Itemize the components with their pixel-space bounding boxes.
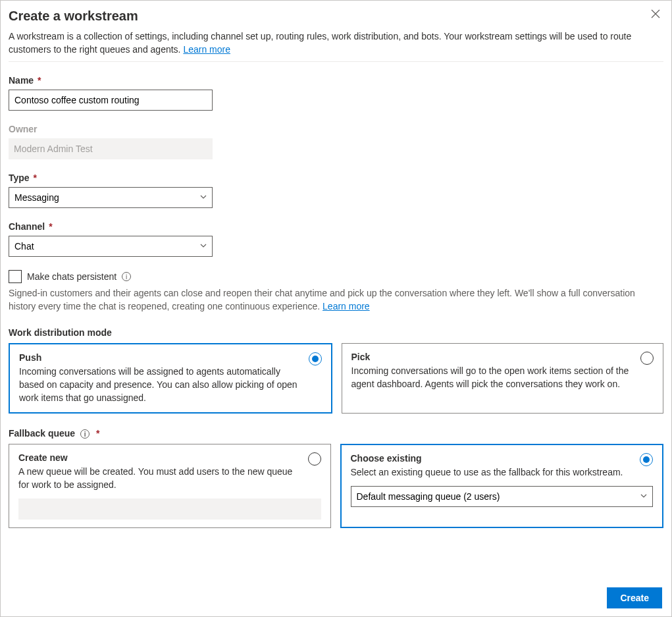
channel-label: Channel *	[9, 221, 663, 232]
fallback-label: Fallback queue i *	[9, 428, 663, 439]
owner-field: Owner	[9, 124, 663, 159]
push-radio[interactable]	[309, 352, 322, 365]
pick-card[interactable]: Pick Incoming conversations will go to t…	[342, 343, 664, 414]
owner-label: Owner	[9, 124, 663, 134]
create-new-card[interactable]: Create new A new queue will be created. …	[9, 444, 331, 527]
type-field: Type *	[9, 173, 663, 208]
choose-existing-desc: Select an existing queue to use as the f…	[351, 466, 654, 479]
name-label: Name *	[9, 75, 663, 86]
channel-field: Channel *	[9, 221, 663, 257]
persistent-learn-more-link[interactable]: Learn more	[323, 301, 370, 311]
pick-title: Pick	[351, 352, 654, 362]
name-input[interactable]	[9, 90, 213, 111]
name-field: Name *	[9, 75, 663, 111]
fallback-cards: Create new A new queue will be created. …	[9, 444, 663, 527]
persistent-field: Make chats persistent i Signed-in custom…	[9, 270, 663, 313]
existing-queue-select[interactable]	[351, 486, 654, 507]
required-marker: *	[34, 173, 37, 183]
work-distribution-cards: Push Incoming conversations will be assi…	[9, 343, 663, 414]
choose-existing-card[interactable]: Choose existing Select an existing queue…	[340, 444, 664, 527]
learn-more-link[interactable]: Learn more	[183, 44, 230, 55]
dialog-description: A workstream is a collection of settings…	[9, 30, 663, 62]
create-new-queue-input	[18, 498, 321, 520]
work-distribution-label: Work distribution mode	[9, 327, 663, 338]
push-card[interactable]: Push Incoming conversations will be assi…	[9, 343, 332, 414]
choose-existing-title: Choose existing	[351, 453, 654, 464]
persistent-checkbox[interactable]	[9, 270, 22, 283]
type-label: Type *	[9, 173, 663, 183]
create-new-desc: A new queue will be created. You must ad…	[18, 466, 321, 491]
create-new-radio[interactable]	[308, 452, 321, 466]
info-icon[interactable]: i	[80, 429, 90, 439]
channel-label-text: Channel	[9, 221, 45, 232]
push-title: Push	[19, 352, 322, 363]
push-desc: Incoming conversations will be assigned …	[19, 365, 322, 404]
type-label-text: Type	[9, 173, 30, 183]
create-workstream-dialog: Create a workstream A workstream is a co…	[0, 0, 672, 617]
info-icon[interactable]: i	[122, 272, 131, 281]
type-select[interactable]	[9, 187, 213, 208]
close-icon[interactable]	[648, 6, 663, 22]
choose-existing-radio[interactable]	[640, 453, 653, 466]
dialog-title: Create a workstream	[9, 9, 663, 30]
persistent-helper: Signed-in customers and their agents can…	[9, 287, 663, 313]
pick-desc: Incoming conversations will go to the op…	[351, 365, 654, 390]
create-button[interactable]: Create	[607, 587, 662, 608]
description-text: A workstream is a collection of settings…	[9, 31, 631, 55]
dialog-footer: Create	[607, 587, 662, 608]
required-marker: *	[38, 75, 41, 86]
owner-input	[9, 138, 213, 159]
persistent-label: Make chats persistent	[27, 271, 116, 282]
fallback-label-text: Fallback queue	[9, 428, 75, 439]
channel-select[interactable]	[9, 236, 213, 257]
create-new-title: Create new	[18, 452, 321, 463]
required-marker: *	[49, 221, 52, 232]
persistent-helper-text: Signed-in customers and their agents can…	[9, 288, 635, 311]
required-marker: *	[96, 428, 99, 439]
name-label-text: Name	[9, 75, 34, 86]
pick-radio[interactable]	[640, 352, 654, 365]
